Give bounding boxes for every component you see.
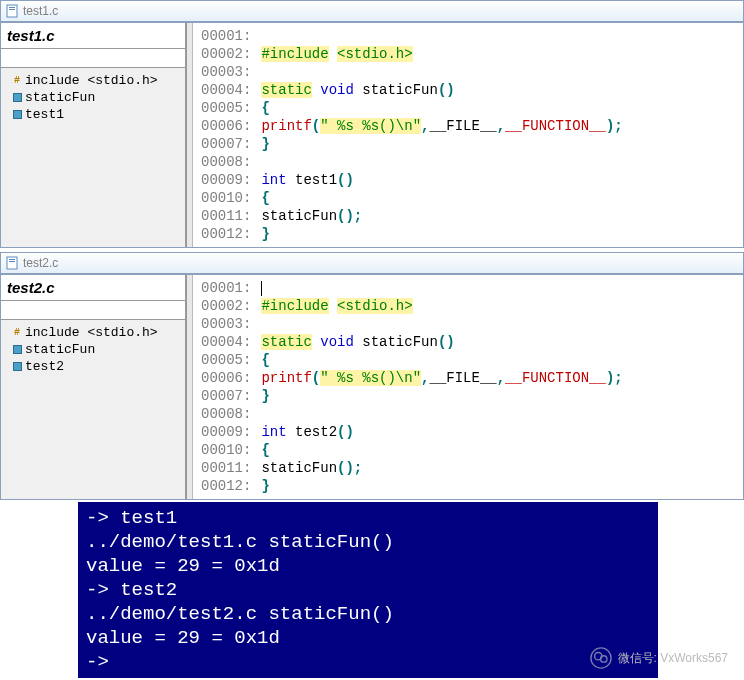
sidebar-search bbox=[1, 49, 185, 68]
sidebar-search bbox=[1, 301, 185, 320]
terminal-line: ../demo/test1.c staticFun() bbox=[86, 530, 650, 554]
function-icon bbox=[11, 344, 23, 356]
watermark: 微信号: VxWorks567 bbox=[590, 646, 728, 670]
sidebar-2: test2.c # include <stdio.h> staticFun te… bbox=[1, 275, 187, 499]
tree-label: test1 bbox=[25, 107, 64, 122]
sidebar-title: test1.c bbox=[1, 23, 185, 49]
tree-label: staticFun bbox=[25, 342, 95, 357]
file-icon bbox=[5, 4, 19, 18]
code-editor-1[interactable]: 00001:00002:00003: 00004:00005:00006: 00… bbox=[187, 23, 743, 247]
terminal-line: -> test2 bbox=[86, 578, 650, 602]
file-icon bbox=[5, 256, 19, 270]
svg-rect-0 bbox=[7, 5, 17, 17]
svg-rect-2 bbox=[9, 9, 15, 10]
include-icon: # bbox=[11, 75, 23, 87]
tree-item-include[interactable]: # include <stdio.h> bbox=[3, 324, 183, 341]
tree-label: test2 bbox=[25, 359, 64, 374]
search-input[interactable] bbox=[1, 301, 185, 319]
terminal-line: ../demo/test2.c staticFun() bbox=[86, 602, 650, 626]
line-numbers: 00001:00002:00003: 00004:00005:00006: 00… bbox=[193, 275, 255, 499]
tree-label: include <stdio.h> bbox=[25, 325, 158, 340]
tree-item-include[interactable]: # include <stdio.h> bbox=[3, 72, 183, 89]
tree-label: include <stdio.h> bbox=[25, 73, 158, 88]
svg-rect-1 bbox=[9, 7, 15, 8]
text-cursor bbox=[261, 281, 262, 296]
code-area[interactable]: #include <stdio.h> static void staticFun… bbox=[255, 23, 743, 247]
sidebar-1: test1.c # include <stdio.h> staticFun te… bbox=[1, 23, 187, 247]
terminal-line: -> bbox=[86, 650, 650, 674]
editor-pane-1: test1.c # include <stdio.h> staticFun te… bbox=[0, 22, 744, 248]
outline-tree[interactable]: # include <stdio.h> staticFun test2 bbox=[1, 320, 185, 499]
function-icon bbox=[11, 92, 23, 104]
terminal-line: -> test1 bbox=[86, 506, 650, 530]
sidebar-title: test2.c bbox=[1, 275, 185, 301]
tree-item-fn[interactable]: staticFun bbox=[3, 89, 183, 106]
editor-pane-2: test2.c # include <stdio.h> staticFun te… bbox=[0, 274, 744, 500]
terminal-line: value = 29 = 0x1d bbox=[86, 554, 650, 578]
include-icon: # bbox=[11, 327, 23, 339]
svg-rect-5 bbox=[9, 261, 15, 262]
terminal-line: value = 29 = 0x1d bbox=[86, 626, 650, 650]
code-editor-2[interactable]: 00001:00002:00003: 00004:00005:00006: 00… bbox=[187, 275, 743, 499]
function-icon bbox=[11, 361, 23, 373]
tab-bar-1[interactable]: test1.c bbox=[0, 0, 744, 22]
code-area[interactable]: #include <stdio.h> static void staticFun… bbox=[255, 275, 743, 499]
tab-title: test1.c bbox=[23, 4, 58, 18]
terminal-output[interactable]: -> test1 ../demo/test1.c staticFun() val… bbox=[78, 502, 658, 678]
tab-title: test2.c bbox=[23, 256, 58, 270]
function-icon bbox=[11, 109, 23, 121]
watermark-text: 微信号: VxWorks567 bbox=[618, 646, 728, 670]
svg-rect-3 bbox=[7, 257, 17, 269]
tree-label: staticFun bbox=[25, 90, 95, 105]
search-input[interactable] bbox=[1, 49, 185, 67]
line-numbers: 00001:00002:00003: 00004:00005:00006: 00… bbox=[193, 23, 255, 247]
outline-tree[interactable]: # include <stdio.h> staticFun test1 bbox=[1, 68, 185, 247]
tree-item-fn[interactable]: test2 bbox=[3, 358, 183, 375]
tab-bar-2[interactable]: test2.c bbox=[0, 252, 744, 274]
svg-rect-4 bbox=[9, 259, 15, 260]
tree-item-fn[interactable]: staticFun bbox=[3, 341, 183, 358]
tree-item-fn[interactable]: test1 bbox=[3, 106, 183, 123]
